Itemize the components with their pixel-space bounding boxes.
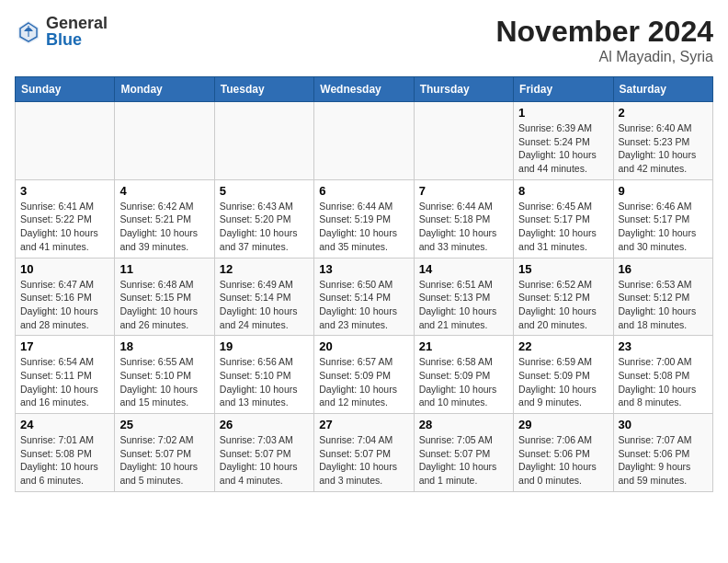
weekday-row: SundayMondayTuesdayWednesdayThursdayFrid… <box>16 77 713 102</box>
weekday-header: Sunday <box>16 77 115 102</box>
calendar-cell: 12Sunrise: 6:49 AMSunset: 5:14 PMDayligh… <box>214 258 313 336</box>
day-info: Sunrise: 6:47 AMSunset: 5:16 PMDaylight:… <box>20 278 109 332</box>
logo-icon <box>15 17 42 45</box>
calendar-cell <box>16 102 115 180</box>
day-info: Sunrise: 6:49 AMSunset: 5:14 PMDaylight:… <box>220 278 309 332</box>
day-info: Sunrise: 6:51 AMSunset: 5:13 PMDaylight:… <box>419 278 508 332</box>
day-info: Sunrise: 7:04 AMSunset: 5:07 PMDaylight:… <box>319 433 408 488</box>
day-number: 4 <box>119 184 209 198</box>
day-info: Sunrise: 6:39 AMSunset: 5:24 PMDaylight:… <box>518 121 608 176</box>
day-info: Sunrise: 6:55 AMSunset: 5:10 PMDaylight:… <box>119 355 209 409</box>
page-header: General Blue November 2024 Al Mayadin, S… <box>15 15 713 65</box>
day-info: Sunrise: 6:42 AMSunset: 5:21 PMDaylight:… <box>119 200 209 254</box>
logo: General Blue <box>15 15 108 48</box>
day-info: Sunrise: 7:07 AMSunset: 5:06 PMDaylight:… <box>619 433 708 488</box>
day-number: 19 <box>220 339 309 353</box>
day-info: Sunrise: 6:41 AMSunset: 5:22 PMDaylight:… <box>20 200 109 254</box>
calendar-cell: 18Sunrise: 6:55 AMSunset: 5:10 PMDayligh… <box>115 336 214 414</box>
calendar-cell: 17Sunrise: 6:54 AMSunset: 5:11 PMDayligh… <box>16 336 115 414</box>
calendar-cell: 3Sunrise: 6:41 AMSunset: 5:22 PMDaylight… <box>16 179 115 258</box>
weekday-header: Wednesday <box>314 77 414 102</box>
day-number: 24 <box>20 418 109 431</box>
day-number: 15 <box>518 262 608 276</box>
day-number: 18 <box>119 339 209 353</box>
calendar-cell: 26Sunrise: 7:03 AMSunset: 5:07 PMDayligh… <box>214 414 313 492</box>
day-number: 8 <box>518 184 608 198</box>
calendar-cell: 20Sunrise: 6:57 AMSunset: 5:09 PMDayligh… <box>314 336 414 414</box>
day-info: Sunrise: 7:03 AMSunset: 5:07 PMDaylight:… <box>220 433 309 488</box>
day-number: 16 <box>619 262 708 276</box>
calendar-cell: 23Sunrise: 7:00 AMSunset: 5:08 PMDayligh… <box>613 336 712 414</box>
weekday-header: Friday <box>514 77 613 102</box>
calendar-cell: 24Sunrise: 7:01 AMSunset: 5:08 PMDayligh… <box>16 414 115 492</box>
calendar-cell <box>214 102 313 180</box>
day-number: 10 <box>20 262 109 276</box>
calendar-cell: 8Sunrise: 6:45 AMSunset: 5:17 PMDaylight… <box>514 179 613 258</box>
day-number: 28 <box>419 418 508 431</box>
day-number: 12 <box>220 262 309 276</box>
day-number: 5 <box>220 184 309 198</box>
weekday-header: Saturday <box>613 77 712 102</box>
weekday-header: Tuesday <box>214 77 313 102</box>
calendar-cell: 29Sunrise: 7:06 AMSunset: 5:06 PMDayligh… <box>514 414 613 492</box>
day-number: 26 <box>220 418 309 431</box>
weekday-header: Thursday <box>414 77 513 102</box>
day-info: Sunrise: 6:54 AMSunset: 5:11 PMDaylight:… <box>20 355 109 409</box>
day-info: Sunrise: 6:48 AMSunset: 5:15 PMDaylight:… <box>119 278 209 332</box>
calendar-cell: 4Sunrise: 6:42 AMSunset: 5:21 PMDaylight… <box>115 179 214 258</box>
day-number: 20 <box>319 339 408 353</box>
calendar-cell: 6Sunrise: 6:44 AMSunset: 5:19 PMDaylight… <box>314 179 414 258</box>
day-info: Sunrise: 6:58 AMSunset: 5:09 PMDaylight:… <box>419 355 508 409</box>
calendar-cell: 13Sunrise: 6:50 AMSunset: 5:14 PMDayligh… <box>314 258 414 336</box>
calendar-cell: 9Sunrise: 6:46 AMSunset: 5:17 PMDaylight… <box>613 179 712 258</box>
calendar-cell: 14Sunrise: 6:51 AMSunset: 5:13 PMDayligh… <box>414 258 513 336</box>
calendar-cell: 27Sunrise: 7:04 AMSunset: 5:07 PMDayligh… <box>314 414 414 492</box>
calendar-cell: 2Sunrise: 6:40 AMSunset: 5:23 PMDaylight… <box>613 102 712 180</box>
day-info: Sunrise: 6:43 AMSunset: 5:20 PMDaylight:… <box>220 200 309 254</box>
calendar-cell: 16Sunrise: 6:53 AMSunset: 5:12 PMDayligh… <box>613 258 712 336</box>
day-info: Sunrise: 6:46 AMSunset: 5:17 PMDaylight:… <box>619 200 708 254</box>
logo-blue: Blue <box>46 30 82 49</box>
day-number: 3 <box>20 184 109 198</box>
calendar-cell: 28Sunrise: 7:05 AMSunset: 5:07 PMDayligh… <box>414 414 513 492</box>
logo-general: General <box>46 14 108 32</box>
calendar-week: 17Sunrise: 6:54 AMSunset: 5:11 PMDayligh… <box>16 336 713 414</box>
calendar-cell: 5Sunrise: 6:43 AMSunset: 5:20 PMDaylight… <box>214 179 313 258</box>
calendar-cell: 7Sunrise: 6:44 AMSunset: 5:18 PMDaylight… <box>414 179 513 258</box>
day-number: 1 <box>518 106 608 120</box>
day-number: 25 <box>119 418 209 431</box>
day-number: 9 <box>619 184 708 198</box>
day-info: Sunrise: 7:05 AMSunset: 5:07 PMDaylight:… <box>419 433 508 488</box>
day-number: 30 <box>619 418 708 431</box>
title-block: November 2024 Al Mayadin, Syria <box>495 15 713 65</box>
day-info: Sunrise: 6:45 AMSunset: 5:17 PMDaylight:… <box>518 200 608 254</box>
day-number: 14 <box>419 262 508 276</box>
day-info: Sunrise: 7:00 AMSunset: 5:08 PMDaylight:… <box>619 355 708 409</box>
day-info: Sunrise: 6:56 AMSunset: 5:10 PMDaylight:… <box>220 355 309 409</box>
day-number: 27 <box>319 418 408 431</box>
day-number: 2 <box>619 106 708 120</box>
calendar-table: SundayMondayTuesdayWednesdayThursdayFrid… <box>15 76 713 492</box>
calendar-cell: 30Sunrise: 7:07 AMSunset: 5:06 PMDayligh… <box>613 414 712 492</box>
calendar-week: 3Sunrise: 6:41 AMSunset: 5:22 PMDaylight… <box>16 179 713 258</box>
day-number: 13 <box>319 262 408 276</box>
logo-text: General Blue <box>46 15 108 48</box>
day-number: 21 <box>419 339 508 353</box>
calendar-cell <box>115 102 214 180</box>
day-info: Sunrise: 7:06 AMSunset: 5:06 PMDaylight:… <box>518 433 608 488</box>
day-number: 29 <box>518 418 608 431</box>
location: Al Mayadin, Syria <box>495 49 713 65</box>
day-info: Sunrise: 6:40 AMSunset: 5:23 PMDaylight:… <box>619 121 708 176</box>
calendar-week: 24Sunrise: 7:01 AMSunset: 5:08 PMDayligh… <box>16 414 713 492</box>
calendar-cell: 1Sunrise: 6:39 AMSunset: 5:24 PMDaylight… <box>514 102 613 180</box>
day-number: 22 <box>518 339 608 353</box>
day-number: 23 <box>619 339 708 353</box>
calendar-cell <box>414 102 513 180</box>
day-number: 6 <box>319 184 408 198</box>
calendar-cell: 22Sunrise: 6:59 AMSunset: 5:09 PMDayligh… <box>514 336 613 414</box>
day-info: Sunrise: 6:59 AMSunset: 5:09 PMDaylight:… <box>518 355 608 409</box>
day-info: Sunrise: 6:52 AMSunset: 5:12 PMDaylight:… <box>518 278 608 332</box>
day-info: Sunrise: 6:53 AMSunset: 5:12 PMDaylight:… <box>619 278 708 332</box>
calendar-cell: 21Sunrise: 6:58 AMSunset: 5:09 PMDayligh… <box>414 336 513 414</box>
day-info: Sunrise: 7:01 AMSunset: 5:08 PMDaylight:… <box>20 433 109 488</box>
